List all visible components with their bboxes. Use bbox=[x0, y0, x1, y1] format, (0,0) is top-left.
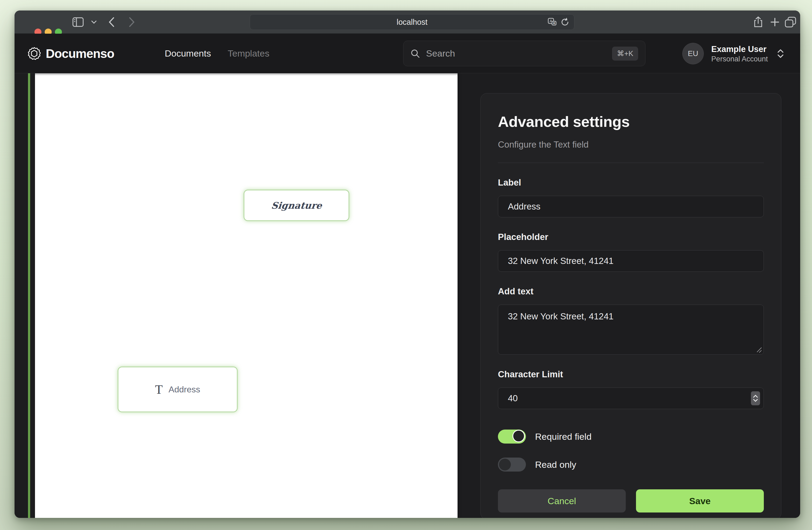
toggle-knob bbox=[512, 430, 525, 442]
panel-title: Advanced settings bbox=[498, 113, 764, 130]
browser-toolbar: localhost A ✽ bbox=[15, 11, 800, 34]
document-page: Signature T Address bbox=[35, 73, 458, 518]
text-field-label: Address bbox=[169, 385, 200, 394]
add-text-textarea[interactable]: 32 New York Street, 41241 bbox=[498, 305, 764, 355]
text-field-icon: T bbox=[155, 382, 162, 397]
search-placeholder: Search bbox=[426, 48, 612, 59]
address-bar[interactable]: localhost A ✽ bbox=[250, 14, 574, 30]
character-limit-input[interactable] bbox=[498, 388, 764, 409]
avatar: EU bbox=[682, 43, 704, 64]
share-icon[interactable] bbox=[751, 11, 766, 34]
required-field-toggle[interactable] bbox=[498, 430, 526, 444]
chevrons-up-down-icon bbox=[777, 49, 784, 58]
panel-subtitle: Configure the Text field bbox=[498, 140, 764, 150]
page-indicator-rail bbox=[28, 73, 30, 518]
brand-name: Documenso bbox=[46, 46, 114, 61]
toggle-knob bbox=[499, 459, 511, 471]
stepper-up-icon bbox=[753, 395, 758, 398]
add-text-field-label: Add text bbox=[498, 286, 764, 296]
user-account-type: Personal Account bbox=[711, 55, 768, 63]
stepper-down-icon bbox=[753, 399, 758, 402]
main-content: Signature T Address Advanced settings Co… bbox=[15, 73, 800, 518]
tab-overview-icon[interactable] bbox=[783, 11, 798, 34]
signature-field-label: Signature bbox=[271, 200, 322, 211]
signature-field[interactable]: Signature bbox=[244, 190, 349, 221]
cancel-button[interactable]: Cancel bbox=[498, 489, 626, 513]
documenso-logo-icon bbox=[27, 46, 41, 61]
chevron-down-icon[interactable] bbox=[89, 11, 99, 34]
read-only-toggle-label: Read only bbox=[535, 459, 576, 470]
sidebar-toggle-icon[interactable] bbox=[70, 11, 86, 34]
number-stepper[interactable] bbox=[751, 391, 760, 405]
back-button[interactable] bbox=[104, 11, 119, 34]
read-only-toggle[interactable] bbox=[498, 458, 526, 472]
main-nav: Documents Templates bbox=[165, 34, 270, 73]
translate-icon[interactable]: A ✽ bbox=[548, 18, 557, 26]
avatar-initials: EU bbox=[688, 49, 698, 58]
label-field-label: Label bbox=[498, 178, 764, 188]
text-field-address[interactable]: T Address bbox=[118, 366, 238, 412]
browser-window: localhost A ✽ bbox=[15, 11, 800, 518]
reload-icon[interactable] bbox=[561, 18, 569, 26]
nav-documents[interactable]: Documents bbox=[165, 48, 211, 59]
required-field-toggle-label: Required field bbox=[535, 431, 592, 442]
search-icon bbox=[410, 49, 420, 58]
brand[interactable]: Documenso bbox=[27, 34, 114, 73]
url-text: localhost bbox=[397, 18, 427, 27]
advanced-settings-panel: Advanced settings Configure the Text fie… bbox=[480, 93, 781, 518]
divider bbox=[498, 163, 764, 163]
svg-text:✽: ✽ bbox=[553, 22, 555, 25]
search-shortcut-badge: ⌘+K bbox=[612, 46, 638, 60]
placeholder-input[interactable] bbox=[498, 250, 764, 272]
character-limit-field-label: Character Limit bbox=[498, 369, 764, 379]
label-input[interactable] bbox=[498, 196, 764, 217]
search-input[interactable]: Search ⌘+K bbox=[403, 41, 646, 66]
new-tab-icon[interactable] bbox=[768, 11, 782, 34]
placeholder-field-label: Placeholder bbox=[498, 232, 764, 242]
document-top-edge bbox=[35, 73, 458, 76]
save-button[interactable]: Save bbox=[636, 489, 764, 513]
app-header: Documenso Documents Templates Search ⌘+K… bbox=[15, 34, 800, 73]
nav-templates[interactable]: Templates bbox=[228, 48, 270, 59]
forward-button[interactable] bbox=[124, 11, 140, 34]
user-menu[interactable]: EU Example User Personal Account bbox=[682, 34, 784, 73]
user-name: Example User bbox=[711, 44, 768, 55]
